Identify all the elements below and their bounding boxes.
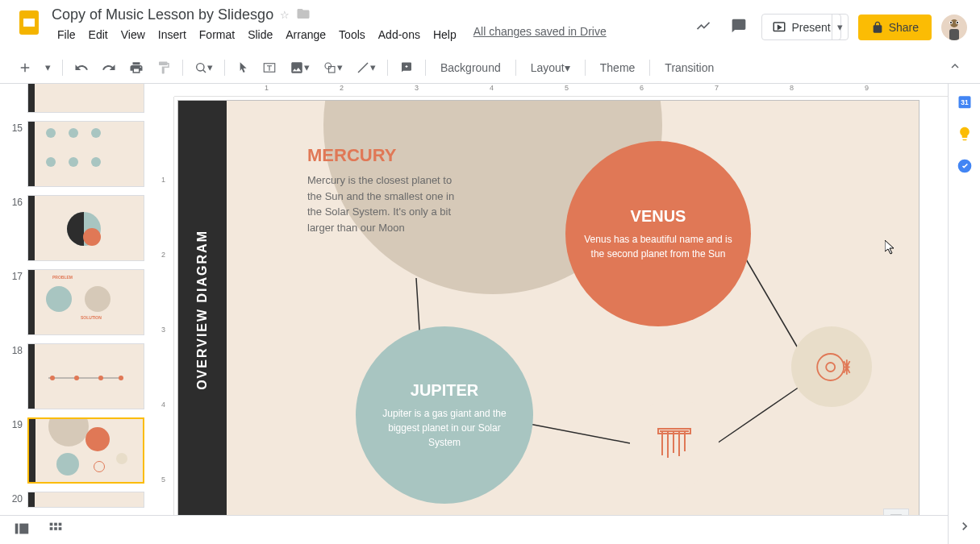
svg-point-16 — [98, 376, 103, 380]
redo-button[interactable] — [97, 57, 121, 78]
thumb-number: 15 — [6, 121, 23, 134]
thumb-number: 19 — [6, 417, 23, 430]
svg-point-23 — [817, 354, 844, 380]
slide-thumbnail-18[interactable] — [27, 343, 144, 409]
svg-rect-12 — [329, 66, 336, 73]
shape-tool[interactable]: ▾ — [318, 57, 348, 78]
svg-rect-33 — [50, 527, 53, 530]
venus-circle[interactable]: VENUS Venus has a beautiful name and is … — [565, 141, 751, 326]
svg-point-7 — [957, 22, 958, 23]
thumb-number: 16 — [6, 195, 23, 208]
thumb-number: 18 — [6, 343, 23, 356]
present-dropdown[interactable]: ▾ — [832, 14, 849, 40]
present-label: Present — [791, 21, 830, 34]
share-label: Share — [889, 21, 919, 34]
slide-thumbnail-17[interactable]: PROBLEM SOLUTION — [27, 269, 144, 335]
menu-file[interactable]: File — [52, 25, 81, 44]
mercury-desc: Mercury is the closest planet to the Sun… — [307, 172, 469, 235]
svg-rect-8 — [949, 29, 959, 40]
slide-thumbnail-16[interactable] — [27, 195, 144, 261]
new-slide-dropdown[interactable]: ▾ — [40, 57, 56, 78]
tasks-icon[interactable] — [957, 158, 973, 174]
filmstrip-view-icon[interactable] — [13, 520, 31, 540]
save-status[interactable]: All changes saved in Drive — [473, 25, 607, 44]
theme-button[interactable]: Theme — [592, 56, 644, 79]
share-button[interactable]: Share — [858, 15, 932, 40]
jupiter-desc: Jupiter is a gas giant and the biggest p… — [372, 406, 517, 450]
menu-arrange[interactable]: Arrange — [280, 25, 332, 44]
menu-help[interactable]: Help — [427, 25, 462, 44]
comment-tool[interactable] — [394, 57, 419, 78]
new-slide-button[interactable] — [13, 57, 37, 78]
layout-button[interactable]: Layout▾ — [523, 56, 578, 79]
mercury-title: MERCURY — [307, 145, 469, 166]
svg-rect-30 — [50, 523, 53, 526]
star-icon[interactable]: ☆ — [280, 9, 290, 21]
present-button[interactable]: Present — [761, 14, 840, 40]
jupiter-circle[interactable]: JUPITER Jupiter is a gas giant and the b… — [356, 326, 533, 504]
toolbar: ▾ ▾ ▾ ▾ ▾ Background Layout▾ Theme Trans… — [0, 52, 980, 84]
svg-rect-28 — [15, 524, 19, 534]
calendar-icon[interactable]: 31 — [957, 93, 973, 110]
select-tool[interactable] — [231, 57, 254, 78]
print-button[interactable] — [124, 57, 148, 78]
transition-button[interactable]: Transition — [657, 56, 722, 79]
line-tool[interactable]: ▾ — [351, 57, 381, 78]
comments-icon[interactable] — [726, 13, 752, 41]
thumb-number: 17 — [6, 269, 23, 282]
svg-rect-34 — [54, 527, 57, 530]
vertical-ruler: 1 2 3 4 5 — [161, 97, 174, 544]
textbox-tool[interactable] — [257, 57, 281, 78]
overview-title: OVERVIEW DIAGRAM — [195, 230, 210, 390]
activity-icon[interactable] — [690, 13, 716, 41]
folder-icon[interactable] — [296, 6, 311, 23]
menu-insert[interactable]: Insert — [152, 25, 192, 44]
background-button[interactable]: Background — [432, 56, 509, 79]
zoom-button[interactable]: ▾ — [190, 57, 218, 78]
drum-icon-circle[interactable] — [791, 326, 872, 407]
chimes-icon — [650, 419, 699, 467]
svg-point-14 — [50, 376, 55, 380]
collapse-toolbar[interactable] — [943, 54, 967, 81]
svg-line-20 — [525, 423, 630, 443]
slide-thumbnail-19[interactable] — [27, 417, 144, 484]
svg-point-6 — [950, 22, 952, 23]
menu-slide[interactable]: Slide — [242, 25, 278, 44]
slide-canvas[interactable]: OVERVIEW DIAGRAM MERCURY Mercury is the … — [177, 100, 920, 519]
svg-rect-31 — [54, 523, 57, 526]
menu-edit[interactable]: Edit — [83, 25, 114, 44]
menu-tools[interactable]: Tools — [333, 25, 371, 44]
thumb-number: 20 — [6, 492, 23, 505]
doc-title[interactable]: Copy of Music Lesson by Slidesgo — [52, 6, 273, 23]
slide-thumbnail-15[interactable] — [27, 121, 144, 187]
sidepanel-expand[interactable] — [957, 518, 973, 534]
canvas-area[interactable]: 1 2 3 4 5 6 7 8 9 1 2 3 4 5 — [161, 84, 948, 544]
grid-view-icon[interactable] — [47, 520, 65, 540]
menu-view[interactable]: View — [115, 25, 151, 44]
chimes-icon-circle[interactable] — [630, 399, 719, 488]
image-tool[interactable]: ▾ — [285, 57, 315, 78]
mercury-text-block[interactable]: MERCURY Mercury is the closest planet to… — [307, 145, 469, 235]
svg-point-17 — [119, 376, 123, 380]
svg-rect-1 — [23, 19, 35, 27]
side-panel: 31 — [948, 84, 980, 544]
menu-format[interactable]: Format — [194, 25, 240, 44]
jupiter-title: JUPITER — [411, 381, 478, 400]
bottom-bar — [0, 515, 948, 544]
svg-point-15 — [74, 376, 79, 380]
slide-thumbnail[interactable] — [27, 84, 144, 113]
slides-logo[interactable] — [13, 6, 45, 39]
menu-addons[interactable]: Add-ons — [373, 25, 426, 44]
svg-rect-32 — [59, 523, 62, 526]
keep-icon[interactable] — [957, 126, 973, 142]
user-avatar[interactable] — [941, 15, 967, 40]
undo-button[interactable] — [69, 57, 94, 78]
svg-line-21 — [717, 387, 799, 443]
paint-format-button[interactable] — [152, 57, 176, 78]
filmstrip[interactable]: 15 16 — [0, 84, 161, 544]
venus-title: VENUS — [631, 207, 686, 226]
svg-point-11 — [325, 63, 332, 69]
svg-line-22 — [743, 254, 799, 351]
svg-text:31: 31 — [961, 98, 969, 106]
slide-thumbnail-20[interactable] — [27, 492, 144, 508]
